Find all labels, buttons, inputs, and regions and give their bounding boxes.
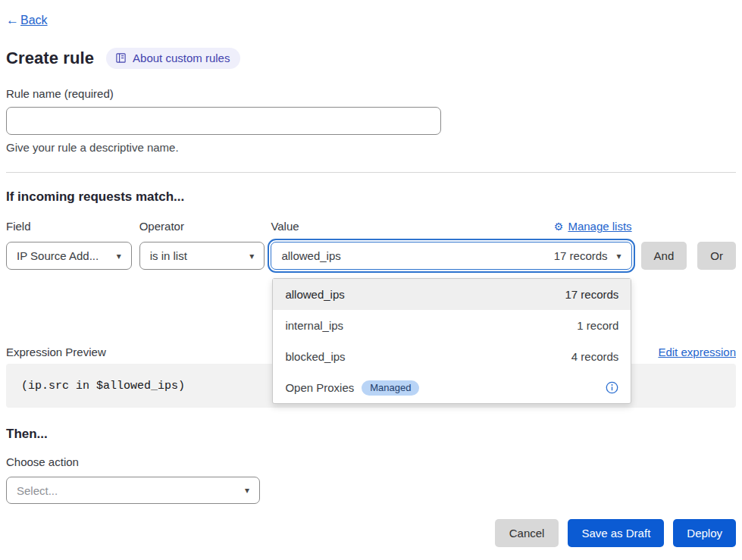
rule-name-input[interactable] [6, 107, 441, 135]
field-label: Field [6, 220, 132, 233]
chevron-down-icon: ▾ [117, 251, 121, 261]
operator-label: Operator [139, 220, 265, 233]
deploy-button[interactable]: Deploy [673, 519, 736, 547]
back-link[interactable]: ←Back [6, 13, 48, 28]
operator-select-value: is in list [150, 249, 187, 262]
option-name: internal_ips [285, 319, 343, 332]
option-name: blocked_ips [285, 350, 345, 363]
cancel-button[interactable]: Cancel [495, 519, 559, 547]
action-select[interactable]: Select... ▾ [6, 477, 260, 504]
field-select-value: IP Source Add... [17, 249, 99, 262]
match-section-heading: If incoming requests match... [6, 189, 736, 205]
field-select[interactable]: IP Source Add... ▾ [6, 242, 132, 270]
chevron-down-icon: ▾ [249, 251, 254, 261]
value-column: Value ⚙ Manage lists allowed_ips 17 reco… [271, 220, 631, 270]
gear-icon: ⚙ [554, 221, 564, 232]
choose-action-label: Choose action [6, 455, 736, 468]
create-rule-page: ←Back Create rule About custom rules Rul… [0, 0, 742, 547]
option-count: 17 records [565, 288, 619, 301]
option-name: Open Proxies [285, 381, 354, 394]
value-select-count: 17 records [554, 249, 608, 262]
operator-column: Operator is in list ▾ [139, 220, 265, 270]
dropdown-option-internal-ips[interactable]: internal_ips 1 record [273, 310, 631, 341]
value-select-right: 17 records ▾ [554, 249, 621, 262]
action-select-placeholder: Select... [17, 484, 58, 497]
list-dropdown-panel: allowed_ips 17 records internal_ips 1 re… [272, 278, 631, 404]
dropdown-option-blocked-ips[interactable]: blocked_ips 4 records [273, 341, 631, 372]
chevron-down-icon: ▾ [617, 251, 621, 261]
save-as-draft-button[interactable]: Save as Draft [568, 519, 664, 547]
option-count: 4 records [571, 350, 619, 363]
rule-name-helper: Give your rule a descriptive name. [6, 141, 736, 154]
about-badge-label: About custom rules [133, 52, 230, 64]
value-label-row: Value ⚙ Manage lists [271, 220, 631, 233]
value-label: Value [271, 220, 299, 233]
condition-row: Field IP Source Add... ▾ Operator is in … [6, 220, 736, 270]
value-select-name: allowed_ips [281, 249, 340, 262]
operator-select[interactable]: is in list ▾ [139, 242, 265, 270]
option-count: 1 record [577, 319, 618, 332]
chevron-down-icon: ▾ [245, 485, 249, 496]
title-row: Create rule About custom rules [6, 48, 736, 69]
manage-lists-label: Manage lists [568, 220, 631, 233]
or-button[interactable]: Or [697, 242, 736, 270]
then-heading: Then... [6, 427, 736, 442]
info-icon[interactable] [606, 381, 618, 394]
book-icon [115, 52, 127, 64]
edit-expression-link[interactable]: Edit expression [658, 346, 736, 358]
rule-name-label: Rule name (required) [6, 87, 736, 100]
and-button[interactable]: And [641, 242, 687, 270]
about-custom-rules-link[interactable]: About custom rules [106, 48, 240, 69]
back-arrow-icon: ← [6, 13, 19, 28]
dropdown-option-open-proxies[interactable]: Open Proxies Managed [273, 372, 631, 403]
managed-badge: Managed [362, 380, 419, 396]
page-title: Create rule [6, 48, 94, 68]
expression-preview-label: Expression Preview [6, 346, 106, 358]
option-name: allowed_ips [285, 288, 344, 301]
section-divider [6, 172, 736, 173]
footer-actions: Cancel Save as Draft Deploy [6, 519, 736, 547]
back-link-label: Back [20, 14, 48, 27]
value-select[interactable]: allowed_ips 17 records ▾ [271, 242, 631, 270]
manage-lists-link[interactable]: ⚙ Manage lists [554, 220, 632, 233]
option-left: Open Proxies Managed [285, 380, 419, 396]
field-column: Field IP Source Add... ▾ [6, 220, 132, 270]
expression-code: (ip.src in $allowed_ips) [21, 380, 185, 393]
dropdown-option-allowed-ips[interactable]: allowed_ips 17 records [273, 279, 631, 310]
